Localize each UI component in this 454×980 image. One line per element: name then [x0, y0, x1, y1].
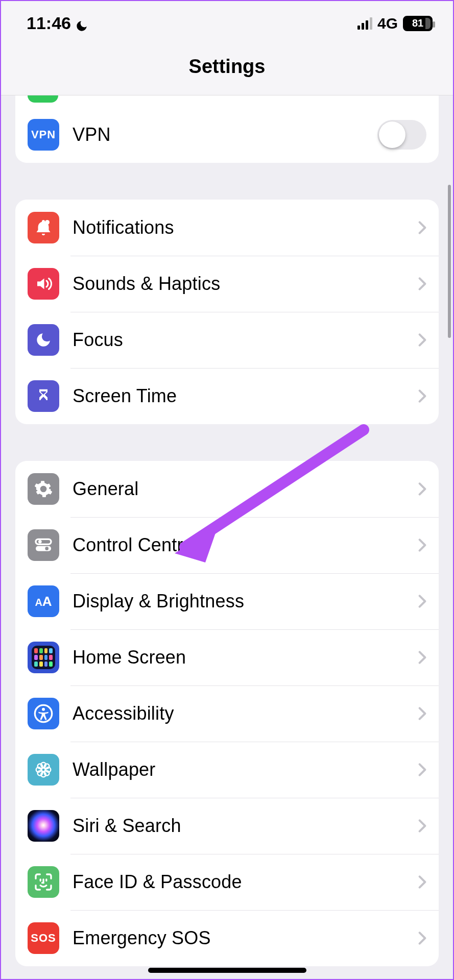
app-grid-icon: [28, 642, 59, 673]
row-label: Home Screen: [73, 647, 418, 668]
svg-point-2: [38, 540, 42, 544]
chevron-right-icon: [418, 819, 426, 833]
row-vpn[interactable]: VPN VPN: [15, 107, 439, 163]
chevron-right-icon: [418, 277, 426, 291]
scroll-indicator[interactable]: [448, 185, 451, 338]
moon-icon: [28, 324, 59, 356]
chevron-right-icon: [418, 538, 426, 552]
row-siri-search[interactable]: Siri & Search: [15, 798, 439, 854]
accessibility-icon: [28, 698, 59, 729]
row-general[interactable]: General: [15, 461, 439, 517]
row-label: Emergency SOS: [73, 927, 418, 949]
vpn-toggle[interactable]: [377, 120, 426, 150]
header-area: 11:46 4G 81 Settings: [1, 1, 453, 95]
page-title: Settings: [1, 38, 453, 95]
row-face-id-passcode[interactable]: Face ID & Passcode: [15, 854, 439, 910]
home-indicator[interactable]: [148, 968, 306, 973]
row-home-screen[interactable]: Home Screen: [15, 629, 439, 685]
sos-icon: SOS: [28, 922, 59, 954]
row-label: Sounds & Haptics: [73, 273, 418, 295]
row-label: VPN: [73, 124, 377, 145]
row-emergency-sos[interactable]: SOS Emergency SOS: [15, 910, 439, 966]
row-label: Notifications: [73, 217, 418, 238]
row-label: General: [73, 478, 418, 500]
bell-icon: [28, 212, 59, 243]
status-bar: 11:46 4G 81: [1, 1, 453, 38]
row-screen-time[interactable]: Screen Time: [15, 368, 439, 424]
row-label: Face ID & Passcode: [73, 871, 418, 893]
chevron-right-icon: [418, 763, 426, 777]
row-control-centre[interactable]: Control Centre: [15, 517, 439, 573]
chevron-right-icon: [418, 594, 426, 608]
svg-point-6: [42, 708, 45, 711]
chevron-right-icon: [418, 482, 426, 496]
row-label: Screen Time: [73, 385, 418, 407]
speaker-icon: [28, 268, 59, 300]
chevron-right-icon: [418, 875, 426, 889]
svg-point-0: [45, 220, 50, 225]
row-accessibility[interactable]: Accessibility: [15, 685, 439, 742]
status-time: 11:46: [27, 13, 71, 33]
row-label: Focus: [73, 329, 418, 351]
hourglass-icon: [28, 380, 59, 412]
row-notifications[interactable]: Notifications: [15, 200, 439, 256]
gear-icon: [28, 473, 59, 505]
vpn-icon: VPN: [28, 119, 59, 151]
chevron-right-icon: [418, 650, 426, 665]
chevron-right-icon: [418, 931, 426, 945]
row-label: Display & Brightness: [73, 591, 418, 612]
row-label: Siri & Search: [73, 815, 418, 837]
network-type: 4G: [377, 15, 398, 32]
status-right: 4G 81: [357, 15, 433, 32]
clipped-prev-row-icon: [28, 95, 58, 103]
device-frame: 11:46 4G 81 Settings: [0, 0, 454, 980]
settings-group-general: General Control Centre AA: [15, 461, 439, 966]
row-sounds-haptics[interactable]: Sounds & Haptics: [15, 256, 439, 312]
status-left: 11:46: [27, 13, 88, 33]
flower-icon: [28, 754, 59, 786]
chevron-right-icon: [418, 333, 426, 347]
settings-group-connectivity: VPN VPN: [15, 95, 439, 163]
battery-icon: 81: [403, 16, 433, 31]
chevron-right-icon: [418, 706, 426, 721]
row-label: Wallpaper: [73, 759, 418, 780]
chevron-right-icon: [418, 220, 426, 235]
row-wallpaper[interactable]: Wallpaper: [15, 742, 439, 798]
face-id-icon: [28, 866, 59, 898]
svg-rect-3: [36, 546, 51, 551]
row-label: Accessibility: [73, 703, 418, 724]
chevron-right-icon: [418, 389, 426, 403]
svg-rect-1: [36, 539, 51, 544]
text-size-icon: AA: [28, 585, 59, 617]
settings-scroll[interactable]: VPN VPN Notifications: [1, 95, 453, 966]
settings-group-notifications: Notifications Sounds & Haptics Focus: [15, 200, 439, 424]
toggles-icon: [28, 529, 59, 561]
battery-percent: 81: [412, 17, 423, 29]
row-focus[interactable]: Focus: [15, 312, 439, 368]
svg-point-4: [45, 547, 49, 550]
row-display-brightness[interactable]: AA Display & Brightness: [15, 573, 439, 629]
cell-signal-icon: [357, 17, 372, 30]
row-label: Control Centre: [73, 534, 418, 556]
siri-icon: [28, 810, 59, 842]
dnd-moon-icon: [75, 17, 88, 30]
